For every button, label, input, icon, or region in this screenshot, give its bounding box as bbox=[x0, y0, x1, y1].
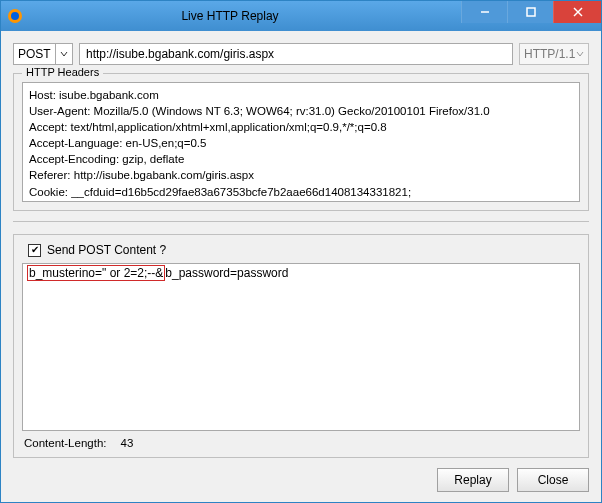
replay-button-label: Replay bbox=[454, 473, 491, 487]
close-button[interactable]: Close bbox=[517, 468, 589, 492]
headers-textarea[interactable]: Host: isube.bgabank.com User-Agent: Mozi… bbox=[22, 82, 580, 202]
url-value: http://isube.bgabank.com/giris.aspx bbox=[86, 47, 274, 61]
replay-button[interactable]: Replay bbox=[437, 468, 509, 492]
chevron-down-icon bbox=[576, 47, 584, 61]
maximize-button[interactable] bbox=[507, 1, 553, 23]
send-post-label: Send POST Content ? bbox=[47, 243, 166, 257]
headers-label: HTTP Headers bbox=[22, 66, 103, 78]
title-bar: Live HTTP Replay bbox=[1, 1, 601, 31]
http-version-value: HTTP/1.1 bbox=[524, 47, 575, 61]
http-method-value: POST bbox=[18, 47, 51, 61]
svg-rect-3 bbox=[527, 8, 535, 16]
send-post-row: ✔ Send POST Content ? bbox=[22, 243, 580, 263]
content-length-row: Content-Length: 43 bbox=[22, 431, 580, 449]
window-title: Live HTTP Replay bbox=[29, 9, 461, 23]
post-body-highlight: b_musterino=" or 2=2;--& bbox=[27, 265, 165, 281]
window-close-button[interactable] bbox=[553, 1, 601, 23]
request-row: POST http://isube.bgabank.com/giris.aspx… bbox=[13, 43, 589, 65]
content-length-value: 43 bbox=[120, 437, 133, 449]
window-controls bbox=[461, 1, 601, 31]
window-content: POST http://isube.bgabank.com/giris.aspx… bbox=[1, 31, 601, 503]
content-length-label: Content-Length: bbox=[24, 437, 106, 449]
svg-point-1 bbox=[11, 12, 19, 20]
post-group: ✔ Send POST Content ? b_musterino=" or 2… bbox=[13, 234, 589, 458]
minimize-button[interactable] bbox=[461, 1, 507, 23]
post-body-textarea[interactable]: b_musterino=" or 2=2;--&b_password=passw… bbox=[22, 263, 580, 431]
separator bbox=[13, 221, 589, 222]
post-body-rest: b_password=password bbox=[165, 266, 288, 280]
headers-group: HTTP Headers Host: isube.bgabank.com Use… bbox=[13, 73, 589, 211]
send-post-checkbox[interactable]: ✔ bbox=[28, 244, 41, 257]
http-method-select[interactable]: POST bbox=[13, 43, 73, 65]
url-input[interactable]: http://isube.bgabank.com/giris.aspx bbox=[79, 43, 513, 65]
dialog-buttons: Replay Close bbox=[13, 458, 589, 492]
http-version-select[interactable]: HTTP/1.1 bbox=[519, 43, 589, 65]
firefox-icon bbox=[7, 8, 23, 24]
close-button-label: Close bbox=[538, 473, 569, 487]
chevron-down-icon bbox=[55, 44, 68, 64]
